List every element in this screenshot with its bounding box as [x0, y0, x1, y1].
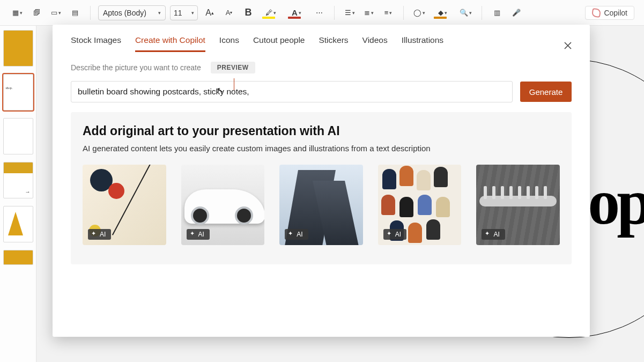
generate-button[interactable]: Generate [520, 82, 572, 102]
thumb-label: shop. [6, 86, 13, 90]
example-card[interactable]: AI [476, 165, 560, 245]
tab-icons[interactable]: Icons [219, 35, 239, 52]
dictate-button[interactable]: 🎤 [509, 5, 524, 21]
example-card[interactable]: AI [378, 165, 462, 245]
separator [482, 6, 482, 20]
decrease-font-button[interactable]: A▾ [221, 5, 236, 21]
ai-badge: AI [482, 229, 505, 240]
slide-text-fragment: op [588, 165, 644, 239]
slide-thumbnail[interactable] [3, 118, 33, 154]
gallery-subtitle: AI generated content lets you easily cre… [83, 144, 560, 153]
ai-badge: AI [88, 229, 111, 240]
example-card[interactable]: AI [181, 165, 265, 245]
slide-thumbnail[interactable] [3, 250, 33, 265]
gallery-panel: Add original art to your presentation wi… [71, 112, 572, 264]
shapes-button[interactable]: ◯▾ [411, 5, 427, 21]
align-button[interactable]: ≡▾ [381, 5, 396, 21]
ai-badge: AI [187, 229, 210, 240]
slide-thumbnail[interactable] [3, 30, 33, 67]
copilot-button[interactable]: Copilot [585, 6, 634, 20]
separator [90, 6, 91, 20]
bullets-button[interactable]: ☰▾ [342, 5, 357, 21]
dialog-tabs: Stock Images Create with Copilot Icons C… [53, 25, 590, 52]
separator [403, 6, 404, 20]
example-cards: AI AI AI AI [83, 165, 560, 245]
slide-thumbnail[interactable]: → [3, 162, 33, 198]
copilot-icon [591, 8, 601, 17]
font-size-select[interactable]: 11 ▾ [170, 5, 198, 20]
tab-create-with-copilot[interactable]: Create with Copilot [135, 35, 205, 52]
designer-button[interactable]: ▥ [490, 5, 505, 21]
tab-illustrations[interactable]: Illustrations [402, 35, 443, 52]
font-name-select[interactable]: Aptos (Body) ▾ [98, 5, 166, 20]
example-card[interactable]: AI [279, 165, 363, 245]
find-button[interactable]: 🔍▾ [457, 5, 474, 21]
highlight-color-button[interactable]: 🖉▾ [260, 5, 282, 21]
shape-fill-button[interactable]: ◆▾ [432, 5, 453, 21]
more-formatting-button[interactable]: ⋯ [312, 5, 327, 21]
tab-videos[interactable]: Videos [362, 35, 388, 52]
describe-row: Describe the picture you want to create … [53, 52, 590, 73]
close-button[interactable] [559, 36, 577, 55]
print-settings-button[interactable]: 🗐 [29, 5, 44, 21]
new-slide-button[interactable]: ▦▾ [10, 5, 25, 21]
font-color-button[interactable]: A▾ [286, 5, 307, 21]
prompt-input[interactable] [71, 81, 513, 102]
numbering-button[interactable]: ≣▾ [361, 5, 376, 21]
slide-thumbnail[interactable]: shop. [3, 74, 33, 110]
image-picker-dialog: Stock Images Create with Copilot Icons C… [53, 25, 590, 337]
ribbon: ▦▾ 🗐 ▭▾ ▤ Aptos (Body) ▾ 11 ▾ A▴ A▾ B 🖉▾… [0, 0, 644, 26]
text-caret [234, 78, 234, 90]
bold-button[interactable]: B [241, 5, 256, 21]
preview-badge: PREVIEW [211, 62, 255, 73]
ai-badge: AI [383, 229, 406, 240]
describe-label: Describe the picture you want to create [71, 63, 201, 72]
slide-thumbnails-pane: shop. → [0, 26, 36, 362]
font-size-value: 11 [174, 9, 182, 17]
copilot-label: Copilot [604, 9, 627, 17]
layout-button[interactable]: ▭▾ [48, 5, 63, 21]
slide-thumbnail[interactable] [3, 206, 33, 242]
gallery-title: Add original art to your presentation wi… [83, 124, 560, 138]
prompt-row: ↖ Generate [53, 73, 590, 102]
tab-stock-images[interactable]: Stock Images [71, 35, 121, 52]
tab-cutout-people[interactable]: Cutout people [253, 35, 305, 52]
tab-stickers[interactable]: Stickers [319, 35, 348, 52]
section-button[interactable]: ▤ [68, 5, 83, 21]
ai-badge: AI [285, 229, 308, 240]
chevron-down-icon: ▾ [158, 10, 161, 16]
chevron-down-icon: ▾ [191, 10, 194, 16]
increase-font-button[interactable]: A▴ [202, 5, 217, 21]
close-icon [564, 41, 572, 50]
separator [334, 6, 335, 20]
font-name-value: Aptos (Body) [103, 9, 146, 17]
example-card[interactable]: AI [83, 165, 166, 245]
